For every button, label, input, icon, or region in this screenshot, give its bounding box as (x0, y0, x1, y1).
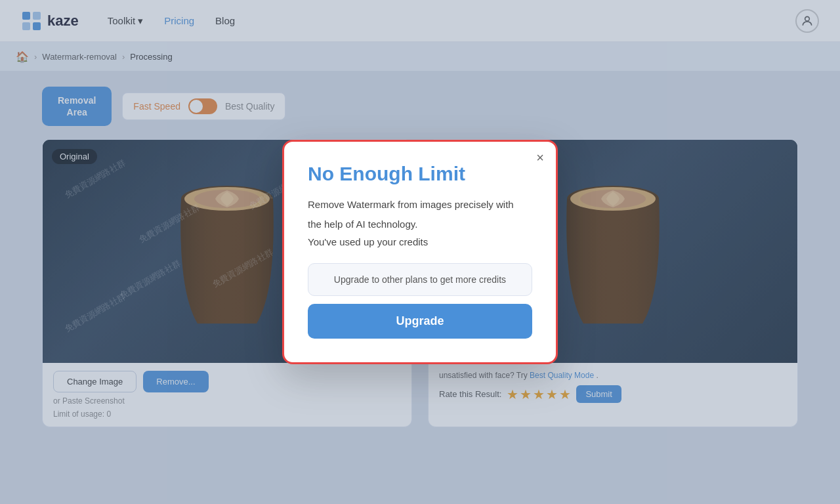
upgrade-button[interactable]: Upgrade (308, 304, 532, 339)
modal-upgrade-info: Upgrade to other plans to get more credi… (308, 263, 532, 296)
modal-desc-2: the help of AI technology. (308, 217, 532, 232)
modal-close-button[interactable]: × (536, 151, 544, 164)
modal-desc-1: Remove Watermark from images precisely w… (308, 197, 532, 213)
modal-used-credits: You've used up your credits (308, 236, 532, 247)
modal-overlay[interactable]: × No Enough Limit Remove Watermark from … (0, 0, 840, 504)
modal-title: No Enough Limit (308, 163, 532, 185)
no-enough-limit-modal: × No Enough Limit Remove Watermark from … (282, 140, 558, 364)
